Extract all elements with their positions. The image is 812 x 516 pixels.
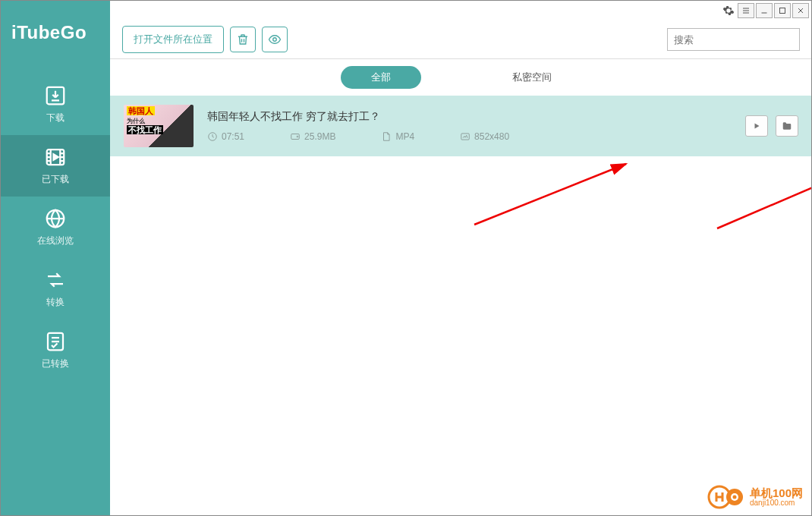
titlebar (110, 1, 812, 20)
play-icon (752, 121, 761, 131)
thumb-text: 不找工作 (127, 125, 163, 134)
meta-duration: 07:51 (207, 131, 244, 142)
item-actions (745, 115, 798, 137)
watermark-url: danji100.com (750, 499, 803, 507)
converted-icon (44, 330, 67, 353)
thumb-text: 韩国人 (127, 106, 155, 115)
watermark-logo (707, 483, 745, 511)
svg-point-5 (273, 38, 277, 42)
download-icon (44, 84, 67, 107)
watermark-title: 单机100网 (750, 487, 803, 499)
sidebar-item-downloaded[interactable]: 已下载 (1, 135, 110, 197)
annotation-arrow (710, 153, 812, 236)
meta-resolution: 852x480 (460, 131, 509, 142)
minimize-icon (760, 6, 769, 15)
resolution-icon (460, 131, 471, 142)
svg-rect-9 (461, 134, 470, 140)
sidebar-item-label: 已转换 (42, 357, 69, 370)
clock-icon (207, 131, 218, 142)
globe-icon (44, 207, 67, 230)
toolbar: 打开文件所在位置 (110, 20, 812, 58)
preview-button[interactable] (262, 27, 288, 52)
maximize-icon (778, 6, 787, 15)
folder-button[interactable] (776, 115, 798, 137)
svg-point-8 (297, 136, 298, 137)
tabs: 全部 私密空间 (110, 59, 812, 96)
app-logo: iTubeGo (1, 1, 110, 43)
gear-icon (722, 5, 735, 17)
meta-format: MP4 (381, 131, 414, 142)
play-button[interactable] (745, 115, 768, 137)
svg-point-15 (732, 496, 736, 499)
item-info: 韩国年轻人不找工作 穷了就去打工？ 07:51 25.9MB MP4 852x4… (207, 110, 745, 142)
film-icon (44, 146, 67, 168)
sidebar-nav: 下载 已下载 在线浏览 转换 已转换 (1, 74, 110, 381)
sidebar: iTubeGo 下载 已下载 在线浏览 转换 已转换 (1, 1, 110, 515)
trash-icon (236, 33, 250, 46)
eye-icon (268, 33, 282, 46)
svg-line-10 (474, 164, 626, 225)
tab-private[interactable]: 私密空间 (482, 66, 582, 89)
sidebar-item-label: 已下载 (42, 173, 69, 186)
meta-size: 25.9MB (290, 131, 335, 142)
sidebar-item-label: 下载 (46, 112, 65, 124)
download-item[interactable]: 韩国人 为什么 不找工作 韩国年轻人不找工作 穷了就去打工？ 07:51 25.… (110, 96, 812, 156)
open-location-button[interactable]: 打开文件所在位置 (122, 26, 224, 53)
file-icon (381, 131, 392, 142)
menu-button[interactable] (738, 3, 754, 18)
folder-icon (782, 121, 792, 131)
sidebar-item-download[interactable]: 下载 (1, 74, 110, 135)
search-input[interactable] (667, 28, 800, 51)
settings-button[interactable] (721, 3, 736, 18)
main-area: 打开文件所在位置 全部 私密空间 韩国人 为什么 不找工作 韩国年轻人不找工作 … (110, 1, 812, 515)
maximize-button[interactable] (774, 3, 791, 18)
sidebar-item-label: 转换 (46, 296, 65, 309)
close-icon (796, 6, 805, 15)
annotation-arrow (467, 156, 641, 232)
close-button[interactable] (792, 3, 809, 18)
item-title: 韩国年轻人不找工作 穷了就去打工？ (207, 110, 745, 124)
sidebar-item-label: 在线浏览 (37, 234, 74, 247)
delete-button[interactable] (230, 27, 256, 52)
sidebar-item-browse[interactable]: 在线浏览 (1, 197, 110, 258)
sidebar-item-convert[interactable]: 转换 (1, 258, 110, 319)
svg-line-11 (717, 160, 812, 228)
thumb-text: 为什么 (127, 118, 145, 124)
menu-icon (741, 6, 751, 15)
tab-all[interactable]: 全部 (341, 66, 421, 89)
watermark: 单机100网 danji100.com (707, 483, 803, 511)
item-meta: 07:51 25.9MB MP4 852x480 (207, 131, 745, 142)
thumbnail: 韩国人 为什么 不找工作 (124, 105, 194, 147)
disk-icon (290, 131, 301, 142)
svg-rect-4 (780, 8, 785, 14)
convert-icon (44, 269, 67, 291)
minimize-button[interactable] (756, 3, 773, 18)
sidebar-item-converted[interactable]: 已转换 (1, 319, 110, 381)
